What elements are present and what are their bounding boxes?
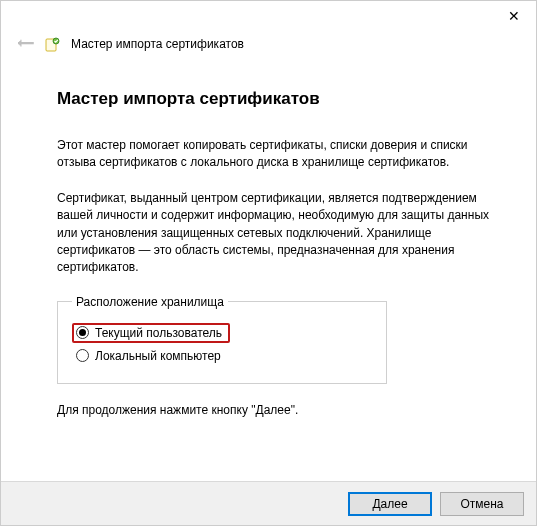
radio-selected-dot xyxy=(79,329,86,336)
radio-local-machine[interactable]: Локальный компьютер xyxy=(72,347,372,365)
store-location-group: Расположение хранилища Текущий пользоват… xyxy=(57,295,387,384)
close-button[interactable]: ✕ xyxy=(492,1,536,31)
cancel-button[interactable]: Отмена xyxy=(440,492,524,516)
radio-icon xyxy=(76,326,89,339)
certificate-wizard-icon xyxy=(45,36,61,52)
close-icon: ✕ xyxy=(508,8,520,24)
wizard-title: Мастер импорта сертификатов xyxy=(71,37,244,51)
back-arrow-icon: 🠔 xyxy=(17,35,35,53)
group-legend: Расположение хранилища xyxy=(72,295,228,309)
continue-hint: Для продолжения нажмите кнопку "Далее". xyxy=(57,402,494,419)
wizard-header: 🠔 Мастер импорта сертификатов xyxy=(1,31,536,61)
intro-text: Этот мастер помогает копировать сертифик… xyxy=(57,137,494,172)
radio-local-machine-label: Локальный компьютер xyxy=(95,349,221,363)
titlebar: ✕ xyxy=(1,1,536,31)
radio-current-user-label: Текущий пользователь xyxy=(95,326,222,340)
radio-icon xyxy=(76,349,89,362)
wizard-footer: Далее Отмена xyxy=(1,481,536,525)
radio-current-user[interactable]: Текущий пользователь xyxy=(72,323,230,343)
page-heading: Мастер импорта сертификатов xyxy=(57,89,494,109)
next-button[interactable]: Далее xyxy=(348,492,432,516)
wizard-content: Мастер импорта сертификатов Этот мастер … xyxy=(1,61,536,447)
explain-text: Сертификат, выданный центром сертификаци… xyxy=(57,190,494,277)
